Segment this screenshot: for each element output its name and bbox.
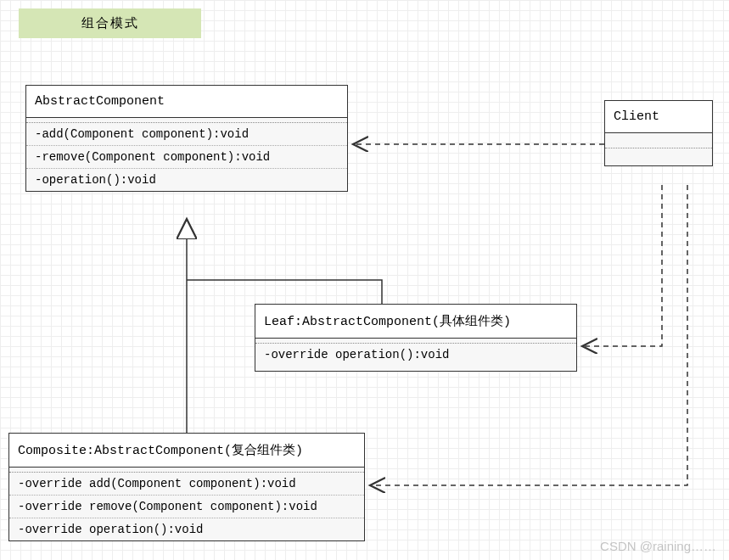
operation: -override operation():void [255, 344, 576, 366]
operation: -override operation():void [9, 518, 364, 540]
class-name: AbstractComponent [26, 86, 347, 118]
operation: -override remove(Component component):vo… [9, 496, 364, 518]
class-leaf: Leaf:AbstractComponent(具体组件类) -override … [255, 304, 577, 372]
class-name: Composite:AbstractComponent(复合组件类) [9, 434, 364, 468]
operation: -add(Component component):void [26, 123, 347, 146]
class-client: Client [604, 100, 713, 166]
dependency-client-leaf [582, 185, 662, 346]
class-name: Leaf:AbstractComponent(具体组件类) [255, 305, 576, 339]
class-name: Client [605, 101, 712, 133]
diagram-title: 组合模式 [19, 8, 201, 38]
operation: -override add(Component component):void [9, 473, 364, 496]
class-abstract-component: AbstractComponent -add(Component compone… [25, 85, 348, 192]
class-composite: Composite:AbstractComponent(复合组件类) -over… [8, 433, 365, 541]
operation: -remove(Component component):void [26, 146, 347, 169]
generalization-leaf [187, 280, 382, 304]
watermark: CSDN @raining…… [600, 539, 716, 553]
operation: -operation():void [26, 169, 347, 191]
